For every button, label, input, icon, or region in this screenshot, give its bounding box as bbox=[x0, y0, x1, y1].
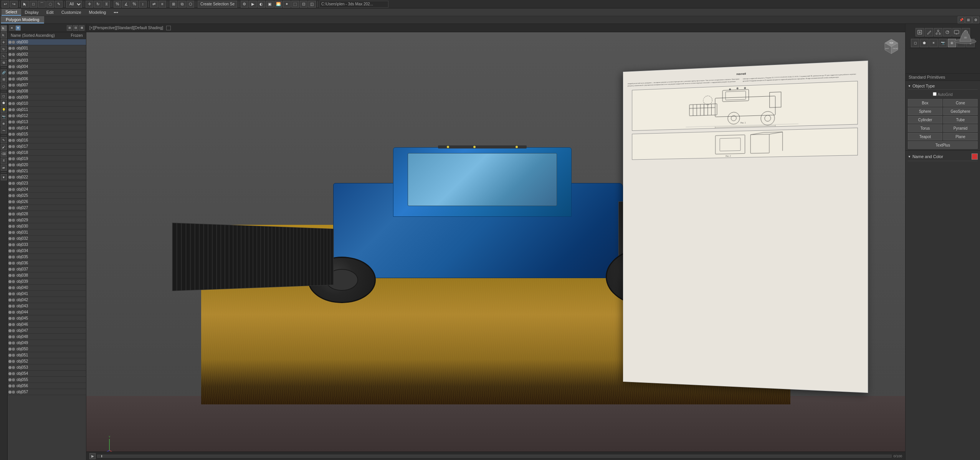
scene-item[interactable]: obj053 bbox=[8, 364, 86, 371]
scene-item[interactable]: obj004 bbox=[8, 64, 86, 70]
scene-object-list[interactable]: obj000 obj001 obj002 obj003 bbox=[8, 39, 86, 460]
scene-item[interactable]: obj003 bbox=[8, 58, 86, 64]
scene-layout3-btn[interactable]: ⊠ bbox=[79, 25, 84, 31]
snap-toggle-button[interactable]: % bbox=[114, 1, 121, 8]
scene-item[interactable]: obj050 bbox=[8, 346, 86, 352]
scene-item[interactable]: obj052 bbox=[8, 358, 86, 364]
freeform-select-button[interactable]: ⌒ bbox=[38, 1, 46, 8]
menu-selection[interactable]: Edit bbox=[43, 9, 58, 15]
tool-shapes-btn[interactable]: ⬟ bbox=[1, 100, 7, 106]
navigation-cube[interactable]: TOP LEFT FRONT bbox=[881, 35, 902, 56]
tool-mirror-btn[interactable]: ⇌ bbox=[1, 165, 7, 171]
tool-lights-btn[interactable]: 💡 bbox=[1, 107, 7, 113]
tool-triangle-btn[interactable]: ▼ bbox=[1, 174, 7, 180]
scene-item[interactable]: obj002 bbox=[8, 51, 86, 58]
scene-item[interactable]: obj025 bbox=[8, 193, 86, 199]
scene-item[interactable]: obj010 bbox=[8, 101, 86, 107]
scene-item[interactable]: obj009 bbox=[8, 94, 86, 101]
menu-modeling[interactable]: Select bbox=[2, 9, 21, 16]
scene-item[interactable]: obj048 bbox=[8, 334, 86, 340]
create-selection-button[interactable]: Create Selection Se bbox=[198, 1, 237, 8]
scene-item[interactable]: obj017 bbox=[8, 143, 86, 150]
scale-button[interactable]: ⧖ bbox=[102, 1, 110, 8]
align-button[interactable]: ≡ bbox=[159, 1, 166, 8]
scene-item[interactable]: obj036 bbox=[8, 260, 86, 266]
scene-item[interactable]: obj021 bbox=[8, 168, 86, 174]
play-button[interactable]: ▶ bbox=[89, 453, 96, 459]
scene-item[interactable]: obj038 bbox=[8, 272, 86, 279]
tube-type-btn[interactable]: Tube bbox=[943, 116, 978, 124]
tool-select-btn[interactable] bbox=[1, 25, 7, 31]
scene-item[interactable]: obj006 bbox=[8, 76, 86, 82]
create-mode-icon[interactable] bbox=[916, 28, 924, 36]
scene-item[interactable]: obj046 bbox=[8, 322, 86, 328]
tool-spacewarps-btn[interactable]: 〜 bbox=[1, 127, 7, 134]
scene-item[interactable]: obj037 bbox=[8, 266, 86, 272]
move-button[interactable]: ✛ bbox=[86, 1, 93, 8]
mirror-button[interactable]: ⇌ bbox=[150, 1, 158, 8]
scene-item[interactable]: obj028 bbox=[8, 211, 86, 217]
scene-item[interactable]: obj001 bbox=[8, 45, 86, 51]
lights-type-icon[interactable]: ☀ bbox=[929, 39, 938, 47]
menu-more[interactable]: ••• bbox=[110, 9, 122, 15]
scene-item[interactable]: obj007 bbox=[8, 82, 86, 88]
cone-type-btn[interactable]: Cone bbox=[943, 99, 978, 107]
sphere-type-btn[interactable]: Sphere bbox=[908, 107, 942, 115]
lasso-select-button[interactable]: ◌ bbox=[46, 1, 54, 8]
scene-item[interactable]: obj012 bbox=[8, 113, 86, 119]
tool-rotate-btn[interactable]: ↻ bbox=[1, 46, 7, 52]
scene-item[interactable]: obj042 bbox=[8, 297, 86, 303]
tool-eraser-btn[interactable]: ⌫ bbox=[1, 151, 7, 157]
shapes-type-icon[interactable]: ⬟ bbox=[920, 39, 929, 47]
scene-item[interactable]: obj027 bbox=[8, 205, 86, 211]
schematic-view-button[interactable]: ⬡ bbox=[187, 1, 194, 8]
teapot-type-btn[interactable]: Teapot bbox=[908, 133, 942, 140]
tool-scale-btn[interactable]: ⤡ bbox=[1, 53, 7, 59]
scene-item[interactable]: obj005 bbox=[8, 70, 86, 76]
tool-cameras-btn[interactable]: 📷 bbox=[1, 114, 7, 120]
menu-object-paint[interactable]: Customize bbox=[58, 9, 85, 15]
scene-item[interactable]: obj031 bbox=[8, 229, 86, 236]
scene-item[interactable]: obj033 bbox=[8, 242, 86, 248]
tool-paint2-btn[interactable]: 🖌 bbox=[1, 144, 7, 150]
scene-layout1-btn[interactable]: ⊞ bbox=[67, 25, 72, 31]
tool-geometry-btn[interactable]: ◻ bbox=[1, 93, 7, 99]
menu-populate[interactable]: Modeling bbox=[85, 9, 110, 15]
color-swatch[interactable] bbox=[972, 153, 978, 160]
scene-item[interactable]: obj023 bbox=[8, 180, 86, 186]
angle-snap-button[interactable]: ∡ bbox=[122, 1, 130, 8]
cameras-type-icon[interactable]: 📷 bbox=[939, 39, 947, 47]
hierarchy-mode-icon[interactable] bbox=[934, 28, 942, 36]
tool-move-btn[interactable]: ✛ bbox=[1, 39, 7, 45]
scene-item[interactable]: obj055 bbox=[8, 377, 86, 383]
scene-item[interactable]: obj032 bbox=[8, 236, 86, 242]
toolbar-layout-button[interactable]: ⊞ bbox=[965, 16, 972, 23]
cylinder-type-btn[interactable]: Cylinder bbox=[908, 116, 942, 124]
paint-select-button[interactable]: ✎ bbox=[55, 1, 63, 8]
scene-item[interactable]: obj014 bbox=[8, 125, 86, 131]
effects-button[interactable]: ✦ bbox=[283, 1, 291, 8]
scene-item[interactable]: obj015 bbox=[8, 131, 86, 137]
tool-link-btn[interactable]: 🔗 bbox=[1, 69, 7, 76]
plane-type-btn[interactable]: Plane bbox=[943, 133, 978, 140]
render-to-tex-button[interactable]: ⬚ bbox=[291, 1, 299, 8]
scene-item[interactable]: obj049 bbox=[8, 340, 86, 346]
scene-item[interactable]: obj030 bbox=[8, 223, 86, 229]
scene-item[interactable]: obj008 bbox=[8, 88, 86, 94]
scene-close-btn[interactable]: ✕ bbox=[9, 25, 15, 31]
select-region-button[interactable]: □ bbox=[30, 1, 37, 8]
motion-mode-icon[interactable] bbox=[943, 28, 952, 36]
modify-mode-icon[interactable] bbox=[925, 28, 933, 36]
toolbar-pin-button[interactable]: 📌 bbox=[958, 16, 965, 23]
render-settings-button[interactable]: ⚙ bbox=[241, 1, 248, 8]
scene-item[interactable]: obj054 bbox=[8, 371, 86, 377]
active-shade-button[interactable]: ◐ bbox=[258, 1, 265, 8]
scene-item[interactable]: obj022 bbox=[8, 174, 86, 180]
spinner-snap-button[interactable]: ↕ bbox=[139, 1, 147, 8]
environment-button[interactable]: 🌅 bbox=[274, 1, 282, 8]
scene-item[interactable]: obj045 bbox=[8, 315, 86, 322]
render-frame-button[interactable]: ▣ bbox=[266, 1, 274, 8]
geosphere-type-btn[interactable]: GeoSphere bbox=[943, 107, 978, 115]
scene-item[interactable]: obj051 bbox=[8, 352, 86, 358]
scene-item[interactable]: obj013 bbox=[8, 119, 86, 125]
